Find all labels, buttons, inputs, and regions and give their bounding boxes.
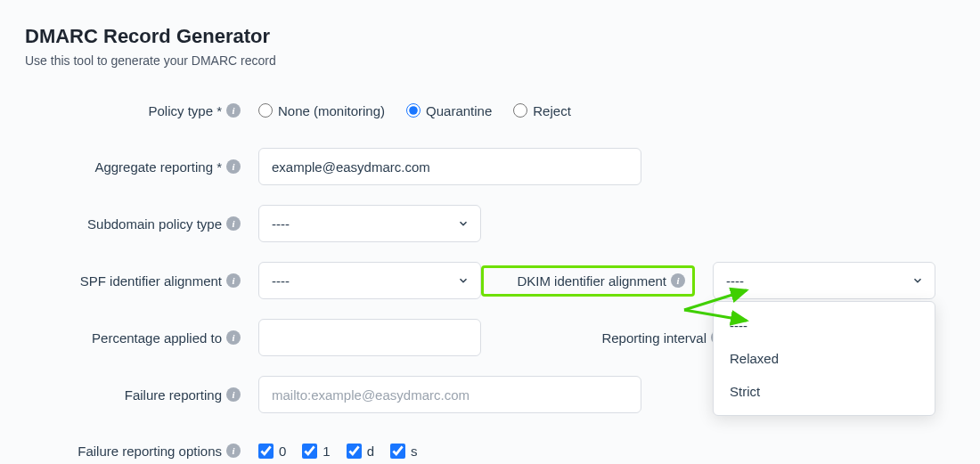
row-failure-options: Failure reporting options i 0 1 d (25, 433, 955, 464)
subdomain-policy-select-wrap: ---- (258, 205, 481, 242)
checkbox-input-d[interactable] (347, 444, 362, 459)
checkbox-label-0: 0 (279, 444, 286, 459)
checkbox-option-d[interactable]: d (347, 444, 374, 459)
percentage-input[interactable] (258, 319, 481, 356)
info-icon[interactable]: i (226, 330, 241, 345)
spf-alignment-select[interactable]: ---- (258, 262, 481, 299)
label-text-interval: Reporting interval (601, 330, 706, 346)
dkim-alignment-select-wrap: ---- ---- Relaxed Strict (713, 262, 935, 299)
info-icon[interactable]: i (226, 103, 241, 118)
label-dkim-alignment: DKIM identifier alignment i (481, 265, 695, 297)
info-icon[interactable]: i (226, 273, 241, 288)
row-subdomain-policy: Subdomain policy type i ---- (25, 205, 955, 242)
dkim-dropdown-menu: ---- Relaxed Strict (713, 301, 935, 416)
checkbox-option-0[interactable]: 0 (258, 444, 286, 459)
label-text-percentage: Percentage applied to (92, 330, 222, 346)
label-reporting-interval: Reporting interval i (481, 330, 732, 346)
info-icon[interactable]: i (226, 216, 241, 231)
radio-policy-none[interactable]: None (monitoring) (258, 103, 385, 118)
dkim-alignment-select[interactable]: ---- (713, 262, 935, 299)
radio-label-reject: Reject (533, 103, 571, 118)
subdomain-select-value: ---- (272, 216, 290, 232)
radio-input-none[interactable] (258, 103, 273, 118)
control-aggregate-reporting (248, 148, 641, 185)
control-policy-type: None (monitoring) Quarantine Reject (248, 103, 571, 118)
checkbox-option-1[interactable]: 1 (302, 444, 330, 459)
control-subdomain-policy: ---- (248, 205, 481, 242)
page-title: DMARC Record Generator (25, 25, 955, 48)
info-icon[interactable]: i (671, 273, 685, 288)
row-dkim-alignment: DKIM identifier alignment i ---- ---- Re… (481, 262, 935, 299)
label-failure-options: Failure reporting options i (25, 444, 248, 459)
label-failure-reporting: Failure reporting i (25, 387, 248, 403)
checkbox-label-d: d (367, 444, 374, 459)
row-spf-alignment: SPF identifier alignment i ---- (25, 262, 481, 299)
label-aggregate-reporting: Aggregate reporting * i (25, 159, 248, 175)
row-percentage: Percentage applied to i (25, 319, 481, 356)
radio-input-quarantine[interactable] (406, 103, 421, 118)
subdomain-policy-select[interactable]: ---- (258, 205, 481, 242)
control-failure-reporting (248, 376, 641, 413)
row-alignment: SPF identifier alignment i ---- DKIM ide… (25, 262, 955, 299)
checkbox-input-0[interactable] (258, 444, 274, 459)
radio-policy-reject[interactable]: Reject (513, 103, 571, 118)
checkbox-option-s[interactable]: s (390, 444, 418, 459)
label-text-subdomain: Subdomain policy type (87, 216, 222, 232)
control-failure-options: 0 1 d s (248, 444, 418, 459)
radio-policy-quarantine[interactable]: Quarantine (406, 103, 492, 118)
radio-group-policy-type: None (monitoring) Quarantine Reject (258, 103, 571, 118)
control-spf-alignment: ---- (248, 262, 481, 299)
failure-reporting-input[interactable] (258, 376, 641, 413)
dkim-option-blank[interactable]: ---- (714, 309, 935, 342)
info-icon[interactable]: i (226, 387, 241, 402)
page-subtitle: Use this tool to generate your DMARC rec… (25, 53, 955, 68)
row-policy-type: Policy type * i None (monitoring) Quaran… (25, 93, 955, 128)
radio-input-reject[interactable] (513, 103, 527, 118)
chevron-down-icon (457, 274, 470, 287)
aggregate-reporting-input[interactable] (258, 148, 641, 185)
checkbox-label-1: 1 (323, 444, 330, 459)
checkbox-group-failure-options: 0 1 d s (258, 444, 418, 459)
row-aggregate-reporting: Aggregate reporting * i (25, 148, 955, 185)
checkbox-input-s[interactable] (390, 444, 405, 459)
label-spf-alignment: SPF identifier alignment i (25, 273, 248, 289)
dkim-option-strict[interactable]: Strict (714, 375, 935, 408)
spf-alignment-select-wrap: ---- (258, 262, 481, 299)
label-text-failure-options: Failure reporting options (78, 444, 222, 459)
spf-select-value: ---- (272, 273, 290, 289)
label-text-aggregate: Aggregate reporting * (94, 159, 222, 175)
dmarc-generator-panel: DMARC Record Generator Use this tool to … (0, 0, 980, 464)
checkbox-input-1[interactable] (302, 444, 317, 459)
radio-label-quarantine: Quarantine (426, 103, 492, 118)
dkim-option-relaxed[interactable]: Relaxed (714, 342, 935, 375)
info-icon[interactable]: i (226, 159, 241, 174)
label-text-spf: SPF identifier alignment (80, 273, 222, 289)
label-text-dkim: DKIM identifier alignment (517, 273, 666, 289)
label-text-failure-reporting: Failure reporting (125, 387, 222, 403)
label-policy-type: Policy type * i (25, 103, 248, 118)
info-icon[interactable]: i (226, 444, 241, 458)
control-dkim-alignment: ---- ---- Relaxed Strict (698, 262, 935, 299)
control-percentage (248, 319, 481, 356)
label-subdomain-policy: Subdomain policy type i (25, 216, 248, 232)
radio-label-none: None (monitoring) (278, 103, 385, 118)
label-text-policy-type: Policy type * (148, 103, 222, 118)
row-reporting-interval: Reporting interval i (481, 320, 732, 355)
checkbox-label-s: s (411, 444, 418, 459)
chevron-down-icon (911, 274, 924, 287)
label-percentage: Percentage applied to i (25, 330, 248, 346)
chevron-down-icon (457, 217, 470, 230)
dkim-select-value: ---- (726, 273, 744, 289)
